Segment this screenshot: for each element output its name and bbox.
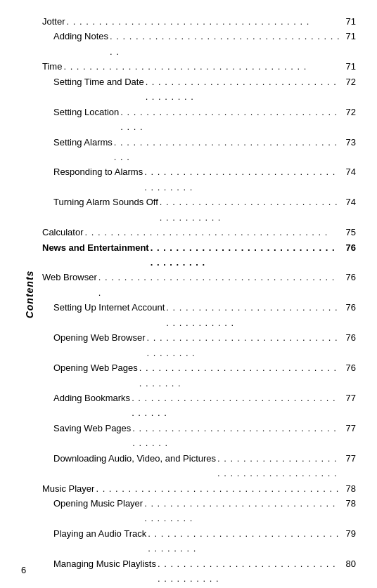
entry-page: 76 <box>342 360 356 375</box>
entry-page: 79 <box>342 526 356 541</box>
toc-entry: Downloading Audio, Video, and Pictures .… <box>42 451 356 481</box>
entry-title: Downloading Audio, Video, and Pictures <box>53 451 216 466</box>
entry-dots: . . . . . . . . . . . . . . . . . . . . … <box>114 135 340 165</box>
entry-dots: . . . . . . . . . . . . . . . . . . . . … <box>151 240 340 270</box>
toc-entry: Web Browser . . . . . . . . . . . . . . … <box>42 270 356 300</box>
toc-entry: Time . . . . . . . . . . . . . . . . . .… <box>42 59 356 74</box>
entry-dots: . . . . . . . . . . . . . . . . . . . . … <box>148 526 340 556</box>
entry-page: 75 <box>342 225 356 240</box>
entry-title: Setting Up Internet Account <box>53 300 165 315</box>
entry-page: 76 <box>342 330 356 345</box>
entry-page: 78 <box>342 481 356 496</box>
entry-title: Opening Web Pages <box>53 360 138 375</box>
toc-entry: Managing Music Playlists . . . . . . . .… <box>42 556 356 587</box>
toc-entry: Music Player . . . . . . . . . . . . . .… <box>42 481 356 496</box>
entry-page: 80 <box>342 556 356 571</box>
entry-title: Adding Bookmarks <box>53 391 130 405</box>
entry-dots: . . . . . . . . . . . . . . . . . . . . … <box>146 74 340 105</box>
entry-title: Saving Web Pages <box>53 421 131 436</box>
entry-page: 72 <box>342 105 356 119</box>
entry-page: 77 <box>342 421 356 436</box>
toc-entry: News and Entertainment . . . . . . . . .… <box>42 240 356 270</box>
entry-title: Jotter <box>42 14 65 29</box>
entry-dots: . . . . . . . . . . . . . . . . . . . . … <box>166 300 340 330</box>
entry-page: 77 <box>342 391 356 405</box>
entry-dots: . . . . . . . . . . . . . . . . . . . . … <box>144 496 340 526</box>
entry-title: Opening Web Browser <box>53 330 146 345</box>
page-container: Contents Jotter . . . . . . . . . . . . … <box>0 0 377 588</box>
toc-entry: Setting Up Internet Account . . . . . . … <box>42 300 356 330</box>
entry-title: Playing an Audio Track <box>53 526 146 541</box>
entry-dots: . . . . . . . . . . . . . . . . . . . . … <box>132 421 340 451</box>
toc-entry: Opening Web Browser . . . . . . . . . . … <box>42 330 356 360</box>
entry-dots: . . . . . . . . . . . . . . . . . . . . … <box>96 481 340 496</box>
entry-page: 76 <box>342 270 356 285</box>
toc-list: Jotter . . . . . . . . . . . . . . . . .… <box>42 14 356 588</box>
entry-dots: . . . . . . . . . . . . . . . . . . . . … <box>132 391 340 421</box>
entry-title: Time <box>42 59 62 74</box>
entry-page: 76 <box>342 300 356 315</box>
entry-dots: . . . . . . . . . . . . . . . . . . . . … <box>144 164 340 195</box>
toc-entry: Adding Bookmarks . . . . . . . . . . . .… <box>42 391 356 421</box>
entry-title: Music Player <box>42 481 94 496</box>
entry-dots: . . . . . . . . . . . . . . . . . . . . … <box>139 360 340 391</box>
toc-entry: Opening Web Pages . . . . . . . . . . . … <box>42 360 356 391</box>
toc-entry: Responding to Alarms . . . . . . . . . .… <box>42 164 356 195</box>
entry-title: Adding Notes <box>53 29 108 44</box>
entry-title: News and Entertainment <box>42 240 149 255</box>
entry-dots: . . . . . . . . . . . . . . . . . . . . … <box>67 14 340 29</box>
toc-entry: Saving Web Pages . . . . . . . . . . . .… <box>42 421 356 451</box>
entry-page: 71 <box>342 29 356 44</box>
entry-title: Opening Music Player <box>53 496 143 511</box>
entry-title: Setting Alarms <box>53 135 113 150</box>
toc-entry: Turning Alarm Sounds Off . . . . . . . .… <box>42 195 356 225</box>
toc-entry: Calculator . . . . . . . . . . . . . . .… <box>42 225 356 240</box>
entry-page: 71 <box>342 59 356 74</box>
page-number: 6 <box>21 565 26 575</box>
toc-entry: Adding Notes . . . . . . . . . . . . . .… <box>42 29 356 59</box>
toc-entry: Setting Location . . . . . . . . . . . .… <box>42 105 356 135</box>
toc-entry: Setting Time and Date . . . . . . . . . … <box>42 74 356 105</box>
entry-title: Managing Music Playlists <box>53 556 156 571</box>
entry-dots: . . . . . . . . . . . . . . . . . . . . … <box>63 59 340 74</box>
sidebar-label: Contents <box>24 270 35 318</box>
entry-page: 74 <box>342 164 356 179</box>
entry-title: Calculator <box>42 225 84 240</box>
entry-title: Setting Time and Date <box>53 74 144 89</box>
entry-dots: . . . . . . . . . . . . . . . . . . . . … <box>158 556 340 587</box>
entry-page: 77 <box>342 451 356 466</box>
entry-title: Responding to Alarms <box>53 164 143 179</box>
entry-page: 78 <box>342 496 356 511</box>
entry-dots: . . . . . . . . . . . . . . . . . . . . … <box>217 451 340 481</box>
entry-dots: . . . . . . . . . . . . . . . . . . . . … <box>110 29 340 59</box>
entry-dots: . . . . . . . . . . . . . . . . . . . . … <box>160 195 340 225</box>
entry-page: 76 <box>342 240 356 255</box>
entry-dots: . . . . . . . . . . . . . . . . . . . . … <box>120 105 340 135</box>
entry-page: 72 <box>342 74 356 89</box>
entry-page: 73 <box>342 135 356 150</box>
toc-entry: Playing an Audio Track . . . . . . . . .… <box>42 526 356 556</box>
entry-title: Setting Location <box>53 105 119 119</box>
entry-page: 71 <box>342 14 356 29</box>
toc-entry: Opening Music Player . . . . . . . . . .… <box>42 496 356 526</box>
entry-title: Web Browser <box>42 270 97 285</box>
entry-title: Turning Alarm Sounds Off <box>53 195 158 209</box>
entry-dots: . . . . . . . . . . . . . . . . . . . . … <box>85 225 340 240</box>
entry-dots: . . . . . . . . . . . . . . . . . . . . … <box>147 330 340 360</box>
entry-page: 74 <box>342 195 356 209</box>
entry-dots: . . . . . . . . . . . . . . . . . . . . … <box>98 270 340 300</box>
toc-entry: Jotter . . . . . . . . . . . . . . . . .… <box>42 14 356 29</box>
toc-entry: Setting Alarms . . . . . . . . . . . . .… <box>42 135 356 165</box>
